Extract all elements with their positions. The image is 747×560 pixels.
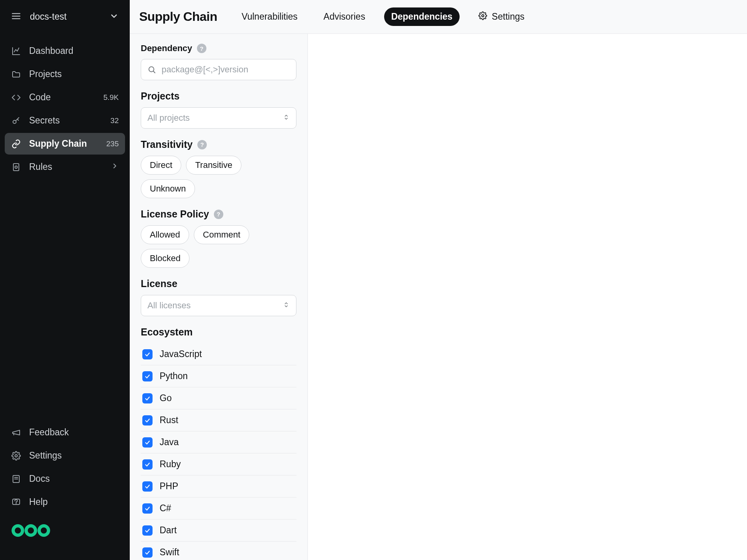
sidebar-item-label: Feedback	[29, 427, 119, 438]
license-policy-label: License Policy ?	[141, 208, 296, 220]
svg-point-6	[15, 455, 17, 457]
checkbox-icon	[142, 503, 153, 514]
sidebar-item-help[interactable]: Help	[5, 491, 125, 513]
ecosystem-item[interactable]: Python	[141, 365, 296, 387]
project-switcher[interactable]: docs-test	[0, 0, 130, 34]
help-icon[interactable]: ?	[197, 140, 207, 149]
projects-select[interactable]: All projects	[141, 107, 296, 129]
megaphone-icon	[11, 428, 21, 437]
ecosystem-item-label: PHP	[160, 481, 178, 492]
transitivity-transitive[interactable]: Transitive	[186, 156, 241, 175]
ecosystem-item-label: C#	[160, 503, 171, 514]
svg-line-17	[153, 71, 155, 73]
ecosystem-item[interactable]: PHP	[141, 475, 296, 497]
sidebar-item-secrets[interactable]: Secrets 32	[5, 110, 125, 131]
rules-icon	[11, 162, 21, 172]
sort-icon	[283, 300, 290, 311]
checkbox-icon	[142, 371, 153, 381]
sidebar-item-badge: 5.9K	[103, 93, 119, 102]
svg-point-16	[149, 67, 154, 72]
sidebar-item-label: Settings	[29, 450, 119, 461]
projects-label: Projects	[141, 90, 296, 102]
results-panel	[308, 34, 747, 560]
ecosystem-label: Ecosystem	[141, 326, 296, 338]
ecosystem-item[interactable]: C#	[141, 497, 296, 519]
dependency-label: Dependency ?	[141, 43, 296, 53]
sidebar-item-label: Projects	[29, 69, 119, 79]
projects-select-value: All projects	[147, 113, 190, 123]
sidebar-item-label: Help	[29, 497, 119, 507]
transitivity-label: Transitivity ?	[141, 139, 296, 150]
svg-point-14	[39, 526, 49, 535]
svg-point-12	[13, 526, 23, 535]
sidebar-item-docs[interactable]: Docs	[5, 468, 125, 490]
checkbox-icon	[142, 393, 153, 403]
checkbox-icon	[142, 415, 153, 426]
tab-advisories[interactable]: Advisories	[316, 7, 372, 26]
checkbox-icon	[142, 481, 153, 492]
chevron-down-icon	[109, 11, 119, 22]
sidebar-item-dashboard[interactable]: Dashboard	[5, 40, 125, 62]
transitivity-direct[interactable]: Direct	[141, 156, 181, 175]
gear-icon	[11, 451, 21, 461]
tab-dependencies[interactable]: Dependencies	[384, 7, 460, 26]
tab-settings[interactable]: Settings	[471, 7, 532, 26]
menu-icon	[11, 11, 21, 23]
brand-logo	[5, 514, 125, 552]
license-select[interactable]: All licenses	[141, 295, 296, 316]
sidebar-item-projects[interactable]: Projects	[5, 63, 125, 85]
dependency-input[interactable]	[162, 64, 290, 75]
license-select-value: All licenses	[147, 300, 191, 311]
ecosystem-item[interactable]: Rust	[141, 409, 296, 431]
sidebar-item-label: Supply Chain	[29, 138, 98, 149]
folder-icon	[11, 70, 21, 79]
license-policy-blocked[interactable]: Blocked	[141, 249, 190, 268]
ecosystem-item[interactable]: Swift	[141, 542, 296, 560]
ecosystem-item[interactable]: Go	[141, 387, 296, 409]
sidebar-item-code[interactable]: Code 5.9K	[5, 87, 125, 108]
sidebar-item-label: Dashboard	[29, 46, 119, 56]
chevron-right-icon	[111, 162, 119, 172]
transitivity-unknown[interactable]: Unknown	[141, 179, 195, 198]
chart-icon	[11, 46, 21, 56]
checkbox-icon	[142, 547, 153, 558]
svg-point-15	[482, 15, 484, 17]
ecosystem-item-label: Swift	[160, 547, 179, 558]
help-icon[interactable]: ?	[214, 210, 223, 219]
sidebar-item-settings[interactable]: Settings	[5, 445, 125, 466]
svg-point-5	[15, 166, 17, 168]
svg-point-11	[16, 503, 17, 503]
ecosystem-item[interactable]: Dart	[141, 519, 296, 542]
checkbox-icon	[142, 349, 153, 359]
ecosystem-item[interactable]: Ruby	[141, 453, 296, 475]
license-policy-comment[interactable]: Comment	[194, 225, 249, 244]
sort-icon	[283, 113, 290, 123]
ecosystem-item[interactable]: JavaScript	[141, 343, 296, 365]
book-icon	[11, 474, 21, 484]
ecosystem-item[interactable]: Java	[141, 431, 296, 453]
svg-point-13	[26, 526, 36, 535]
tab-vulnerabilities[interactable]: Vulnerabilities	[234, 7, 304, 26]
ecosystem-item-label: Dart	[160, 525, 177, 536]
ecosystem-item-label: Java	[160, 437, 179, 448]
filters-panel: Dependency ? Projects All projects	[130, 34, 308, 560]
sidebar-item-label: Code	[29, 92, 96, 103]
ecosystem-item-label: Rust	[160, 415, 178, 426]
gear-icon	[478, 11, 487, 22]
sidebar-item-feedback[interactable]: Feedback	[5, 422, 125, 443]
license-label: License	[141, 278, 296, 289]
sidebar-item-rules[interactable]: Rules	[5, 156, 125, 178]
dependency-search[interactable]	[141, 59, 296, 80]
code-icon	[11, 93, 21, 102]
sidebar-item-badge: 235	[106, 140, 119, 148]
license-policy-allowed[interactable]: Allowed	[141, 225, 189, 244]
key-icon	[11, 116, 21, 125]
topbar: Supply Chain Vulnerabilities Advisories …	[130, 0, 747, 34]
checkbox-icon	[142, 459, 153, 470]
checkbox-icon	[142, 437, 153, 448]
help-icon[interactable]: ?	[197, 44, 206, 53]
project-name: docs-test	[30, 11, 66, 22]
page-title: Supply Chain	[139, 9, 217, 24]
help-icon	[11, 497, 21, 507]
sidebar-item-supply-chain[interactable]: Supply Chain 235	[5, 133, 125, 155]
